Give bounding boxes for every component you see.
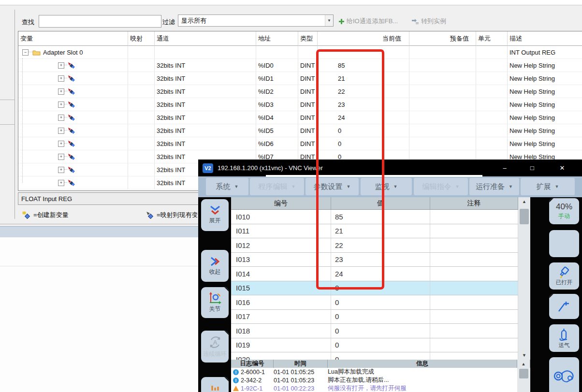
add-fb-button[interactable]: 给IO通道添加FB... [339, 17, 398, 26]
top-band [0, 0, 582, 5]
description-cell: New Help String [508, 98, 582, 111]
menu-system[interactable]: 系统▼ [206, 178, 248, 195]
joint-button[interactable]: 关节 [201, 287, 229, 318]
chevron-down-icon[interactable]: ▼ [325, 15, 333, 26]
grid-row[interactable]: I0160 [231, 295, 518, 310]
log-row[interactable]: !2-6000-1 01-01 01:05:25 Lua脚本加载完成 [231, 368, 517, 376]
table-row[interactable]: + 32bits INT %ID3 DINT 23 New Help Strin… [18, 98, 582, 111]
channel-cell: 32bits INT [155, 124, 256, 137]
expand-icon[interactable]: + [58, 128, 64, 134]
expand-icon[interactable]: + [58, 115, 64, 121]
table-row[interactable]: + 32bits INT %ID0 DINT 85 New Help Strin… [18, 59, 582, 72]
table-row-root[interactable]: − Adapter Slot 0 INT Output REG [18, 46, 582, 59]
torch-tool-button[interactable] [549, 294, 579, 319]
filter-dropdown[interactable]: 显示所有 ▼ [178, 15, 334, 27]
table-row[interactable]: + 32bits INT %ID6 DINT 0 New Help String [18, 137, 582, 150]
address-cell: %ID2 [256, 85, 298, 98]
col-header-current-value[interactable]: 当前值 [318, 31, 409, 46]
goto-arrow-icon [411, 18, 419, 24]
table-row[interactable]: + 32bits INT %ID4 DINT 24 New Help Strin… [18, 111, 582, 124]
close-button[interactable]: ✕ [552, 160, 572, 176]
col-header-unit[interactable]: 单元 [476, 31, 508, 46]
table-row[interactable]: + 32bits INT %ID2 DINT 22 New Help Strin… [18, 85, 582, 98]
col-header-prepared-value[interactable]: 预备值 [409, 31, 476, 46]
vnc-viewer-window: V2 192.168.1.200 (x11vnc) - VNC Viewer –… [198, 160, 582, 392]
menu-run-prepare[interactable]: 运行准备▼ [469, 178, 519, 195]
type-cell: DINT [298, 124, 318, 137]
mapping-icon [67, 114, 76, 121]
col-header-description[interactable]: 描述 [508, 31, 582, 46]
expand-icon[interactable]: + [58, 75, 64, 82]
col-header-type[interactable]: 类型 [298, 31, 318, 46]
corner-fold-icon [224, 331, 229, 335]
grid-row[interactable]: I0190 [231, 338, 518, 353]
expand-icon[interactable]: + [58, 141, 64, 147]
log-scrollbar[interactable] [517, 368, 530, 392]
log-row[interactable]: 1-92C-1 01-01 00:22:23 伺服没有打开，请先打开伺服 [231, 384, 517, 392]
root-description: INT Output REG [508, 46, 582, 59]
corner-fold-icon [549, 198, 553, 203]
svg-text:A: A [213, 339, 217, 346]
lower-panel-line [0, 266, 198, 266]
table-row[interactable]: + 32bits INT %ID5 DINT 0 New Help String [18, 124, 582, 137]
channel-cell: 32bits INT [155, 137, 256, 150]
left-panel-divider [0, 124, 15, 125]
speed-mode-button[interactable]: 40% 手动 [549, 198, 579, 224]
minimize-button[interactable]: – [495, 160, 515, 176]
blank-button[interactable] [549, 230, 579, 257]
type-cell: DINT [298, 59, 318, 72]
collapse-label: 收起 [209, 268, 221, 276]
warning-icon [233, 386, 239, 391]
expand-icon[interactable]: + [58, 88, 64, 95]
log-row[interactable]: !2-342-2 01-01 01:05:23 脚本正在加载,请稍后... [231, 376, 517, 384]
scroll-down-icon[interactable]: ▼ [518, 353, 530, 358]
expand-icon[interactable]: + [58, 167, 64, 173]
maximize-button[interactable]: □ [522, 160, 542, 176]
expand-icon[interactable]: + [58, 62, 64, 69]
scroll-up-icon[interactable]: ▲ [518, 199, 530, 204]
partial-bottom-button[interactable] [201, 377, 229, 392]
mapping-icon [67, 153, 76, 160]
channel-cell: 32bits INT [155, 85, 256, 98]
scroll-thumb[interactable] [520, 209, 529, 224]
goto-instance-label: 转到实例 [421, 17, 446, 26]
log-scroll-thumb[interactable] [519, 369, 528, 378]
expand-icon[interactable]: + [58, 102, 64, 108]
grid-row[interactable]: I0170 [231, 310, 518, 324]
address-cell: %ID3 [256, 98, 298, 111]
tree-root-label: Adapter Slot 0 [43, 49, 83, 56]
log-col-message: 信息 [328, 360, 517, 368]
plus-icon [339, 19, 344, 24]
col-header-mapping[interactable]: 映射 [128, 31, 155, 46]
menu-edit-command: 编辑指令▼ [414, 178, 468, 195]
table-row[interactable]: + 32bits INT %ID1 DINT 21 New Help Strin… [18, 72, 582, 85]
expand-icon[interactable]: + [58, 154, 64, 160]
grid-col-comment[interactable]: 注释 [430, 197, 518, 209]
legend-create-new: =创建新变量 [22, 211, 69, 219]
grid-row[interactable]: I0180 [231, 324, 518, 338]
address-cell: %ID0 [256, 59, 298, 72]
collapse-chevrons-icon [209, 256, 221, 267]
menu-extension[interactable]: 扩展▼ [521, 178, 575, 195]
gas-button[interactable]: 送气 [549, 324, 579, 352]
collapse-button[interactable]: 收起 [201, 250, 229, 282]
search-input[interactable] [39, 15, 161, 28]
log-body: !2-6000-1 01-01 01:05:25 Lua脚本加载完成 !2-34… [231, 368, 517, 392]
expand-icon[interactable]: + [58, 180, 64, 186]
log-scroll-up-icon[interactable]: ▲ [517, 360, 530, 368]
chevron-down-icon: ▼ [455, 184, 460, 189]
chevron-down-icon: ▼ [509, 184, 513, 189]
speed-percent: 40% [556, 202, 572, 212]
collapse-expander-icon[interactable]: − [22, 49, 29, 56]
col-header-channel[interactable]: 通道 [155, 31, 256, 46]
torch-open-button[interactable]: 已打开 [549, 262, 579, 290]
wire-feed-button[interactable] [549, 357, 579, 392]
grid-row[interactable]: I0200 [231, 352, 518, 360]
goto-instance-button[interactable]: 转到实例 [411, 17, 446, 26]
grid-scrollbar[interactable]: ▲ ▼ [518, 197, 530, 360]
expand-button[interactable]: 展开 [201, 199, 229, 231]
channel-cell: 32bits INT [155, 59, 256, 72]
col-header-address[interactable]: 地址 [256, 31, 298, 46]
torch-angle-icon [557, 300, 571, 313]
col-header-variable[interactable]: 变量 [18, 31, 128, 46]
